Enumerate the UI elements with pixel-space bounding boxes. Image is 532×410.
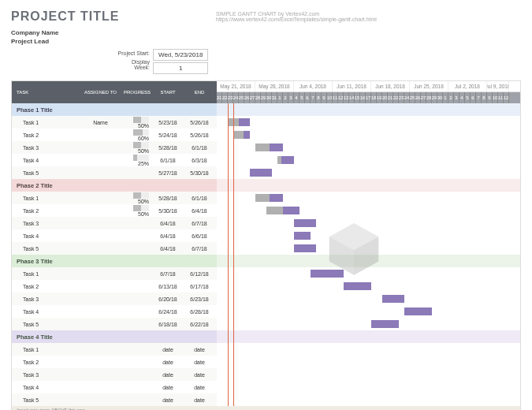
task-start[interactable]: date	[152, 372, 184, 378]
task-row[interactable]: Task 4datedate	[12, 381, 217, 393]
task-start[interactable]: 5/30/18	[152, 208, 184, 214]
task-start[interactable]: 6/24/18	[152, 309, 184, 315]
task-end[interactable]: date	[184, 372, 215, 378]
display-week-input[interactable]: 1	[153, 62, 208, 74]
task-row[interactable]: Task 2 60%5/24/185/26/18	[12, 129, 217, 141]
task-start[interactable]: date	[152, 347, 184, 352]
task-row[interactable]: Task 56/4/186/7/18	[12, 242, 217, 255]
task-row[interactable]: Task 1Name 50%5/23/185/26/18	[12, 116, 217, 129]
task-progress[interactable]: 50%	[122, 205, 152, 217]
task-start[interactable]: date	[152, 397, 184, 403]
task-row[interactable]: Task 36/4/186/7/18	[12, 217, 217, 229]
task-row[interactable]: Task 16/7/186/12/18	[12, 267, 217, 280]
task-end[interactable]: 6/6/18	[184, 233, 215, 239]
task-start[interactable]: 6/4/18	[152, 246, 184, 252]
task-name[interactable]: Task 5	[12, 246, 79, 252]
gantt-bar[interactable]	[311, 270, 344, 278]
gantt-bar[interactable]	[294, 244, 316, 252]
task-row[interactable]: Task 46/4/186/6/18	[12, 229, 217, 242]
task-start[interactable]: 6/18/18	[152, 322, 184, 327]
task-name[interactable]: Task 1	[12, 196, 79, 201]
task-row[interactable]: Task 3datedate	[12, 368, 217, 381]
gantt-bar[interactable]	[382, 295, 404, 303]
task-row[interactable]: Task 3 50%5/28/186/1/18	[12, 141, 217, 154]
task-end[interactable]: 6/7/18	[184, 221, 215, 226]
task-row[interactable]: Task 2 50%5/30/186/4/18	[12, 204, 217, 217]
task-name[interactable]: Task 3	[12, 296, 79, 302]
task-name[interactable]: Task 5	[12, 397, 79, 403]
project-lead[interactable]: Project Lead	[11, 37, 216, 46]
task-end[interactable]: 6/23/18	[184, 296, 215, 302]
task-end[interactable]: 6/17/18	[184, 284, 215, 289]
task-name[interactable]: Task 4	[12, 385, 79, 390]
phase-header[interactable]: Phase 3 Title	[12, 255, 217, 267]
company-name[interactable]: Company Name	[11, 28, 216, 37]
task-start[interactable]: 5/27/18	[152, 170, 184, 176]
task-progress[interactable]: 50%	[122, 142, 152, 154]
task-name[interactable]: Task 4	[12, 158, 79, 163]
task-row[interactable]: Task 1 50%5/28/186/1/18	[12, 192, 217, 204]
task-end[interactable]: date	[184, 397, 215, 403]
task-name[interactable]: Task 3	[12, 221, 79, 226]
task-progress[interactable]: 25%	[122, 155, 152, 166]
task-end[interactable]: 6/4/18	[184, 208, 215, 214]
task-start[interactable]: 5/24/18	[152, 132, 184, 138]
task-row[interactable]: Task 46/24/186/28/18	[12, 305, 217, 318]
task-end[interactable]: 5/30/18	[184, 170, 215, 176]
task-start[interactable]: 6/4/18	[152, 221, 184, 226]
task-name[interactable]: Task 5	[12, 322, 79, 327]
task-name[interactable]: Task 1	[12, 347, 79, 352]
phase-header[interactable]: Phase 1 Title	[12, 103, 217, 116]
task-row[interactable]: Task 1datedate	[12, 343, 217, 356]
task-name[interactable]: Task 1	[12, 271, 79, 277]
task-name[interactable]: Task 5	[12, 170, 79, 176]
phase-header[interactable]: Phase 2 Title	[12, 179, 217, 192]
gantt-bar[interactable]	[250, 169, 272, 177]
task-start[interactable]: 6/4/18	[152, 233, 184, 239]
task-start[interactable]: 5/28/18	[152, 196, 184, 201]
gantt-bar[interactable]	[404, 308, 432, 315]
task-progress[interactable]: 50%	[122, 117, 152, 129]
task-end[interactable]: 6/3/18	[184, 158, 215, 163]
task-progress[interactable]: 60%	[122, 129, 152, 141]
task-row[interactable]: Task 55/27/185/30/18	[12, 166, 217, 179]
gantt-bar[interactable]	[344, 282, 371, 290]
task-start[interactable]: 6/13/18	[152, 284, 184, 289]
task-start[interactable]: 5/23/18	[152, 120, 184, 125]
gantt-bar[interactable]	[371, 320, 399, 328]
project-title[interactable]: PROJECT TITLE	[11, 9, 216, 24]
timeline[interactable]: May 21, 2018May 28, 2018Jun 4, 2018Jun 1…	[217, 81, 520, 410]
gantt-bar[interactable]	[294, 219, 316, 227]
task-end[interactable]: date	[184, 360, 215, 365]
task-row[interactable]: Task 36/20/186/23/18	[12, 293, 217, 305]
task-end[interactable]: 6/22/18	[184, 322, 215, 327]
task-name[interactable]: Task 2	[12, 360, 79, 365]
task-start[interactable]: 6/7/18	[152, 271, 184, 277]
task-end[interactable]: 5/26/18	[184, 120, 215, 125]
task-end[interactable]: 6/1/18	[184, 145, 215, 151]
task-row[interactable]: Task 56/18/186/22/18	[12, 318, 217, 330]
task-end[interactable]: date	[184, 347, 215, 352]
project-start-input[interactable]: Wed, 5/23/2018	[153, 49, 208, 61]
task-name[interactable]: Task 2	[12, 208, 79, 214]
task-start[interactable]: 5/28/18	[152, 145, 184, 151]
task-name[interactable]: Task 2	[12, 284, 79, 289]
task-name[interactable]: Task 1	[12, 120, 79, 125]
task-end[interactable]: 6/12/18	[184, 271, 215, 277]
task-name[interactable]: Task 3	[12, 145, 79, 151]
task-start[interactable]: 6/20/18	[152, 296, 184, 302]
task-row[interactable]: Task 26/13/186/17/18	[12, 280, 217, 293]
task-name[interactable]: Task 4	[12, 309, 79, 315]
task-end[interactable]: 5/26/18	[184, 132, 215, 138]
gantt-bar[interactable]	[294, 232, 311, 240]
phase-header[interactable]: Phase 4 Title	[12, 330, 217, 343]
task-name[interactable]: Task 3	[12, 372, 79, 378]
task-end[interactable]: 6/28/18	[184, 309, 215, 315]
task-end[interactable]: date	[184, 385, 215, 390]
task-name[interactable]: Task 4	[12, 233, 79, 239]
task-start[interactable]: date	[152, 360, 184, 365]
task-assigned[interactable]: Name	[79, 120, 122, 125]
task-row[interactable]: Task 4 25%6/1/186/3/18	[12, 154, 217, 166]
task-start[interactable]: date	[152, 385, 184, 390]
task-end[interactable]: 6/1/18	[184, 196, 215, 201]
